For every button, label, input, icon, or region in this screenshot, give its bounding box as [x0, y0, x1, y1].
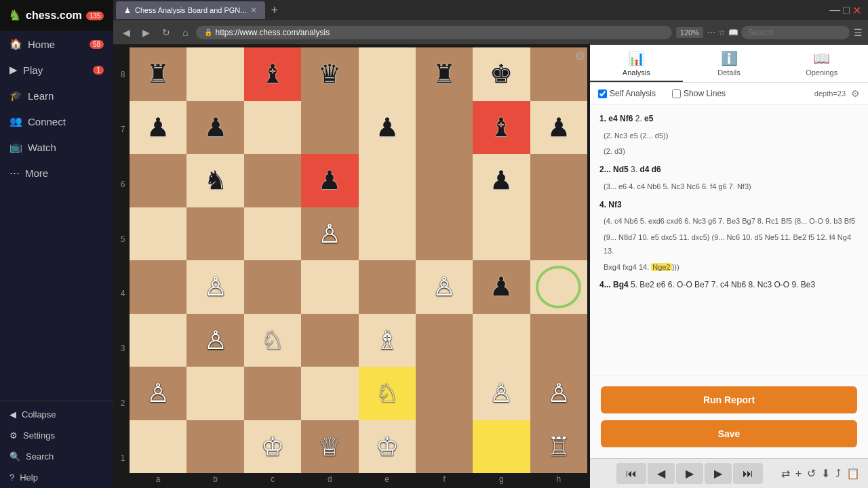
sidebar-toggle-icon[interactable]: ☰ — [854, 27, 863, 38]
prev-move-button[interactable]: ◀ — [648, 463, 675, 484]
square-f6[interactable] — [416, 154, 473, 207]
share-icon[interactable]: ⤴ — [835, 468, 841, 480]
square-f5[interactable] — [416, 207, 473, 261]
square-b7[interactable]: ♟ — [186, 101, 243, 155]
self-analysis-checkbox-label[interactable]: Self Analysis — [598, 89, 656, 98]
square-f1[interactable] — [416, 420, 473, 474]
square-h7[interactable]: ♟ — [530, 101, 587, 155]
square-d7[interactable] — [301, 101, 358, 155]
square-b4[interactable]: ♙ — [186, 260, 243, 314]
next-move-button[interactable]: ▶ — [705, 463, 732, 484]
square-d1[interactable]: ♕ — [301, 420, 358, 474]
square-e1[interactable]: ♔ — [359, 420, 416, 474]
square-f4[interactable]: ♙ — [416, 260, 473, 314]
sidebar-item-help[interactable]: ? Help — [0, 467, 113, 488]
sidebar-item-more[interactable]: ⋯ More — [0, 160, 113, 186]
square-d8[interactable]: ♛ — [301, 47, 358, 101]
pgn-icon[interactable]: 📋 — [846, 467, 860, 480]
square-c7[interactable] — [244, 101, 301, 155]
tab-details[interactable]: ℹ️ Details — [683, 45, 776, 82]
sidebar-item-play[interactable]: ▶ Play 1 — [0, 57, 113, 83]
square-b2[interactable] — [186, 367, 243, 420]
browser-search-input[interactable] — [741, 26, 850, 39]
home-nav-button[interactable]: ⌂ — [178, 26, 192, 39]
square-a4[interactable] — [130, 260, 186, 314]
reader-icon[interactable]: 📖 — [728, 28, 738, 37]
square-c6[interactable] — [244, 154, 301, 207]
chessboard[interactable]: ♜ ♝ ♛ ♜ ♚ ♟ ♟ ♟ — [130, 47, 587, 473]
play-button[interactable]: ▶ — [676, 463, 703, 484]
square-e5[interactable] — [359, 207, 416, 261]
square-g1[interactable] — [473, 420, 530, 474]
forward-button[interactable]: ▶ — [138, 26, 154, 39]
square-h1[interactable]: ♖ — [530, 420, 587, 474]
square-g5[interactable] — [473, 207, 530, 261]
square-e7[interactable]: ♟ — [359, 101, 416, 155]
square-h3[interactable] — [530, 314, 587, 367]
active-tab[interactable]: ♟ Chess Analysis Board and PGN... ✕ — [116, 1, 265, 19]
square-a3[interactable] — [130, 314, 186, 367]
square-b1[interactable] — [186, 420, 243, 474]
square-c2[interactable] — [244, 367, 301, 420]
save-button[interactable]: Save — [601, 420, 857, 447]
bookmark-icon[interactable]: ☆ — [718, 28, 726, 37]
self-analysis-checkbox[interactable] — [598, 89, 607, 98]
download-icon[interactable]: ⬇ — [821, 467, 830, 480]
square-e3[interactable]: ♗ — [359, 314, 416, 367]
square-e4[interactable] — [359, 260, 416, 314]
add-move-icon[interactable]: + — [795, 468, 802, 480]
tab-analysis[interactable]: 📊 Analysis — [590, 45, 683, 82]
square-c4[interactable] — [244, 260, 301, 314]
square-a8[interactable]: ♜ — [130, 47, 186, 101]
square-d4[interactable] — [301, 260, 358, 314]
refresh-button[interactable]: ↻ — [158, 26, 174, 39]
square-d3[interactable] — [301, 314, 358, 367]
show-lines-checkbox-label[interactable]: Show Lines — [672, 89, 726, 98]
close-window-button[interactable]: ✕ — [852, 4, 861, 17]
minimize-button[interactable]: — — [829, 4, 840, 16]
square-g2[interactable]: ♙ — [473, 367, 530, 420]
square-e8[interactable] — [359, 47, 416, 101]
square-g3[interactable] — [473, 314, 530, 367]
back-button[interactable]: ◀ — [119, 26, 134, 39]
first-move-button[interactable]: ⏮ — [616, 463, 646, 484]
url-box[interactable]: 🔒 https://www.chess.com/analysis — [196, 26, 671, 39]
tab-openings[interactable]: 📖 Openings — [775, 45, 868, 82]
square-a5[interactable] — [130, 207, 186, 261]
logo-area[interactable]: ♞ chess.com 135 — [0, 0, 113, 31]
sidebar-item-learn[interactable]: 🎓 Learn — [0, 83, 113, 108]
square-c5[interactable] — [244, 207, 301, 261]
square-a7[interactable]: ♟ — [130, 101, 186, 155]
square-f8[interactable]: ♜ — [416, 47, 473, 101]
board-settings-icon[interactable]: ⚙ — [575, 49, 586, 64]
sidebar-item-home[interactable]: 🏠 Home 58 — [0, 31, 113, 57]
square-c3[interactable]: ♘ — [244, 314, 301, 367]
square-a6[interactable] — [130, 154, 186, 207]
square-c8[interactable]: ♝ — [244, 47, 301, 101]
square-h4[interactable] — [530, 260, 587, 314]
square-f2[interactable] — [416, 367, 473, 420]
sidebar-item-collapse[interactable]: ◀ Collapse — [0, 404, 113, 425]
square-b8[interactable] — [186, 47, 243, 101]
refresh-analysis-icon[interactable]: ↺ — [807, 467, 816, 480]
maximize-button[interactable]: □ — [843, 4, 850, 16]
sidebar-item-watch[interactable]: 📺 Watch — [0, 134, 113, 160]
tab-close-button[interactable]: ✕ — [250, 5, 257, 15]
square-b5[interactable] — [186, 207, 243, 261]
square-f7[interactable] — [416, 101, 473, 155]
square-e6[interactable] — [359, 154, 416, 207]
square-h6[interactable] — [530, 154, 587, 207]
square-h2[interactable]: ♙ — [530, 367, 587, 420]
square-g4[interactable]: ♟ — [473, 260, 530, 314]
square-e2[interactable]: ♘ — [359, 367, 416, 420]
square-a1[interactable] — [130, 420, 186, 474]
extensions-icon[interactable]: ⋯ — [707, 28, 715, 37]
sidebar-item-search[interactable]: 🔍 Search — [0, 446, 113, 467]
new-tab-button[interactable]: + — [267, 1, 282, 19]
sidebar-item-settings[interactable]: ⚙ Settings — [0, 425, 113, 446]
flip-board-icon[interactable]: ⇄ — [781, 467, 790, 480]
show-lines-checkbox[interactable] — [672, 89, 681, 98]
square-d6[interactable]: ♟ — [301, 154, 358, 207]
square-a2[interactable]: ♙ — [130, 367, 186, 420]
run-report-button[interactable]: Run Report — [601, 386, 857, 413]
